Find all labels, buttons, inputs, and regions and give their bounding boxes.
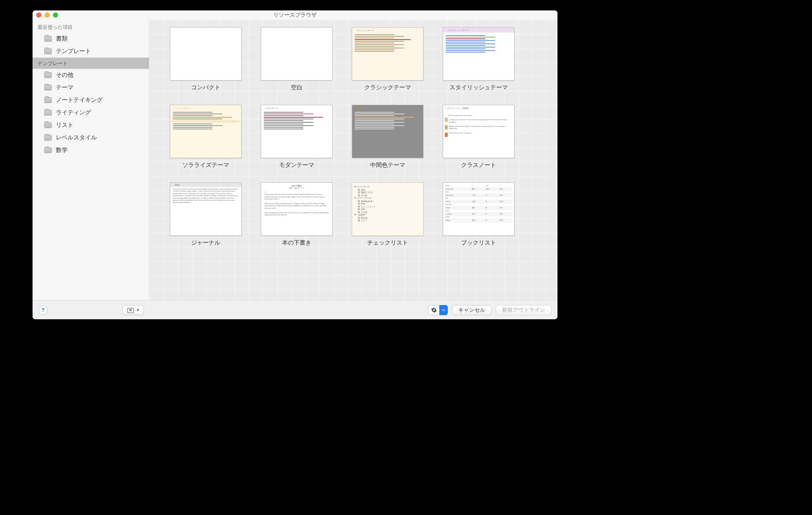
template-book-draft[interactable]: 本の下書き 著者：原稿サンプル • I. Lorem ipsum dolor s… (257, 182, 336, 247)
sidebar: 最近使った項目 書類 テンプレート テンプレート その他 テーマ ノートテイ (33, 20, 149, 300)
template-thumbnail: LoremaYes— Ipsum dolor数学2008dolor Sit a … (443, 182, 514, 236)
template-label: ブックリスト (461, 239, 496, 247)
gear-icon (431, 307, 437, 313)
template-thumbnail: I. クラスノート：CS229 A. Sunt autem fusi sine … (443, 105, 514, 158)
button-label: 新規アウトライン (502, 306, 545, 314)
template-label: モダンテーマ (279, 162, 314, 169)
sidebar-item-level-style[interactable]: レベルスタイル (33, 131, 149, 144)
template-thumbnail: ・スタイリッシュテーマ (443, 27, 514, 81)
thumb-title: ・2014 (170, 183, 241, 187)
template-booklist[interactable]: LoremaYes— Ipsum dolor数学2008dolor Sit a … (439, 182, 518, 247)
help-button[interactable]: ? (38, 305, 48, 315)
template-label: クラスノート (461, 162, 496, 169)
folder-icon (44, 36, 52, 42)
folder-icon (44, 48, 52, 54)
template-thumbnail: ・2014 Lorem ipsum dolor sit amet consect… (170, 182, 242, 236)
footer: ? + キャンセル 新規アウトライン (33, 300, 557, 319)
window-title: リソースブラウザ (273, 11, 317, 19)
template-thumbnail (170, 27, 242, 81)
sidebar-item-label: レベルスタイル (56, 134, 97, 141)
sidebar-item-label: 数学 (56, 146, 68, 154)
folder-icon (44, 135, 52, 141)
sidebar-item-notetaking[interactable]: ノートテイキング (33, 94, 149, 106)
thumb-title: ・ソラライズテーマ (173, 107, 192, 110)
template-label: コンパクト (191, 84, 220, 91)
template-label: クラシックテーマ (364, 84, 411, 91)
thumb-title: ・モダンテーマ (264, 107, 278, 110)
thumb-title: I. クラスノート：CS229 (446, 107, 468, 110)
template-label: ジャーナル (191, 239, 220, 247)
create-outline-button[interactable]: 新規アウトライン (496, 305, 552, 315)
sidebar-section-header-recent: 最近使った項目 (33, 21, 149, 33)
template-thumbnail: ・ソラライズテーマ (170, 105, 242, 158)
resource-browser-window: リソースブラウザ 最近使った項目 書類 テンプレート テンプレート その他 (33, 10, 557, 319)
template-classic-theme[interactable]: ・クラシックテーマ クラシックテーマ (348, 27, 427, 91)
sidebar-item-list[interactable]: リスト (33, 119, 149, 131)
template-thumbnail: ・モダンテーマ (261, 105, 333, 158)
template-thumbnail: ・中間色テーマ (352, 105, 424, 158)
linked-folder-icon (127, 307, 135, 313)
cancel-button[interactable]: キャンセル (452, 305, 492, 315)
template-label: チェックリスト (367, 239, 408, 247)
template-thumbnail: 本の下書き 著者：原稿サンプル • I. Lorem ipsum dolor s… (261, 182, 333, 236)
minimize-icon[interactable] (45, 13, 50, 18)
template-grid: コンパクト 空白 ・クラシックテーマ (166, 27, 545, 247)
sidebar-item-label: ノートテイキング (56, 96, 103, 104)
thumb-title: ・スタイリッシュテーマ (443, 28, 514, 33)
template-neutral-theme[interactable]: ・中間色テーマ 中間色テーマ (348, 105, 427, 169)
chevron-down-icon (442, 308, 445, 312)
template-journal[interactable]: ・2014 Lorem ipsum dolor sit amet consect… (166, 182, 245, 247)
close-icon[interactable] (36, 13, 41, 18)
template-modern-theme[interactable]: ・モダンテーマ モダンテーマ (257, 105, 336, 169)
button-label: キャンセル (458, 306, 485, 314)
sidebar-item-recent-templates[interactable]: テンプレート (33, 45, 149, 58)
sidebar-section-header-templates[interactable]: テンプレート (33, 58, 149, 69)
folder-icon (44, 72, 52, 78)
sidebar-item-label: その他 (56, 71, 73, 79)
template-solarized-theme[interactable]: ・ソラライズテーマ ソラライズテーマ (166, 105, 245, 169)
folder-icon (44, 122, 52, 128)
template-class-notes[interactable]: I. クラスノート：CS229 A. Sunt autem fusi sine … (439, 105, 518, 169)
sidebar-item-theme[interactable]: テーマ (33, 81, 149, 94)
template-checklist[interactable]: スーツケース 衣類 電源アダプタ その他 ブリーフケース MacBook Air… (348, 182, 427, 247)
template-label: スタイリッシュテーマ (449, 84, 508, 91)
zoom-icon[interactable] (53, 13, 58, 18)
sidebar-item-label: 書類 (56, 35, 68, 43)
template-thumbnail: スーツケース 衣類 電源アダプタ その他 ブリーフケース MacBook Air… (352, 182, 424, 236)
sidebar-item-label: ライティング (56, 109, 91, 116)
template-label: 本の下書き (282, 239, 311, 247)
sidebar-item-label: テーマ (56, 84, 73, 91)
template-thumbnail: ・クラシックテーマ (352, 27, 424, 81)
template-label: 中間色テーマ (370, 162, 405, 169)
folder-icon (44, 85, 52, 91)
thumb-title: ・中間色テーマ (355, 107, 369, 110)
template-stylish-theme[interactable]: ・スタイリッシュテーマ スタイリッシュテーマ (439, 27, 518, 91)
actions-menu-button[interactable] (428, 305, 448, 315)
thumb-subtitle: 著者：原稿サンプル (261, 187, 332, 189)
sidebar-item-documents[interactable]: 書類 (33, 33, 149, 45)
template-grid-area: コンパクト 空白 ・クラシックテーマ (149, 20, 557, 300)
add-linked-resource-button[interactable]: + (123, 305, 144, 315)
sidebar-item-other[interactable]: その他 (33, 69, 149, 81)
thumb-title: ・クラシックテーマ (355, 29, 373, 32)
template-label: ソラライズテーマ (182, 162, 229, 169)
folder-icon (44, 110, 52, 116)
sidebar-item-label: テンプレート (56, 48, 91, 55)
svg-rect-0 (128, 308, 134, 313)
titlebar: リソースブラウザ (33, 10, 557, 20)
template-label: 空白 (291, 84, 303, 91)
sidebar-item-label: リスト (56, 121, 73, 129)
folder-icon (44, 97, 52, 103)
template-thumbnail (261, 27, 333, 81)
template-blank[interactable]: 空白 (257, 27, 336, 91)
sidebar-item-math[interactable]: 数学 (33, 144, 149, 157)
window-body: 最近使った項目 書類 テンプレート テンプレート その他 テーマ ノートテイ (33, 20, 557, 300)
template-compact[interactable]: コンパクト (166, 27, 245, 91)
folder-icon (44, 147, 52, 153)
window-controls (36, 13, 58, 18)
sidebar-item-writing[interactable]: ライティング (33, 106, 149, 119)
